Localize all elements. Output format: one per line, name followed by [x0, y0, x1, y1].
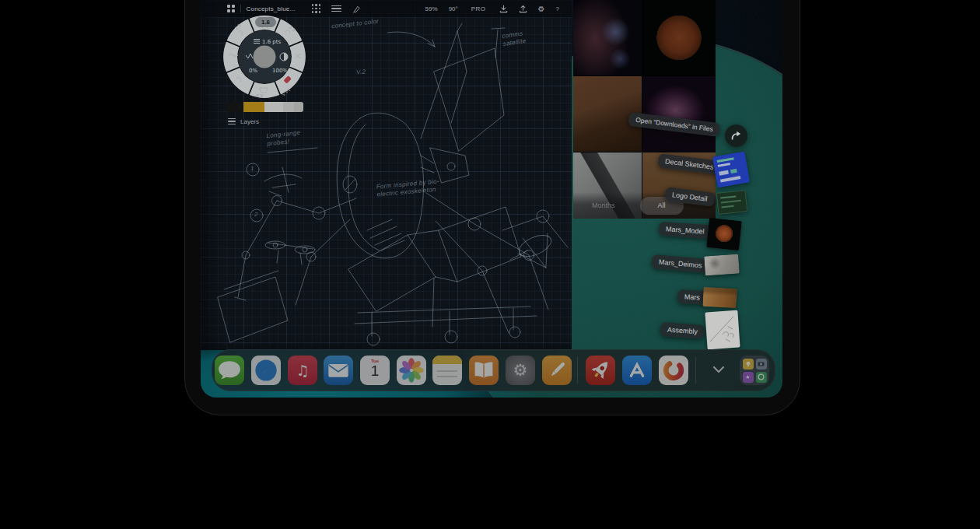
logo-art: [721, 205, 733, 208]
app-icon-photos[interactable]: [397, 356, 426, 385]
drag-thumb-mars-deimos[interactable]: [704, 254, 740, 275]
app-icon-settings[interactable]: ⚙: [506, 356, 535, 385]
app-icon-books[interactable]: [469, 356, 499, 385]
app-library-tile-green: [756, 372, 767, 383]
app-icon-music[interactable]: ♫: [288, 356, 317, 385]
logo-art: [721, 200, 741, 203]
music-note-icon: ♫: [296, 362, 309, 379]
app-icon-calendar[interactable]: Tue 1: [360, 356, 390, 385]
app-icon-notes[interactable]: [432, 356, 462, 385]
app-icon-mail[interactable]: [324, 356, 353, 385]
rocket-icon: [586, 356, 615, 385]
share-arrow-button[interactable]: [725, 124, 747, 147]
gear-icon: ⚙: [513, 361, 528, 380]
app-library-tile-gray: [756, 359, 767, 370]
assembly-sketch: [705, 310, 740, 350]
drag-label-decal-sketches[interactable]: Decal Sketches: [657, 153, 721, 175]
chevron-down-icon[interactable]: [711, 363, 726, 376]
decal-art: [718, 163, 730, 167]
open-book-icon: [469, 356, 499, 385]
star-icon: ★: [745, 374, 750, 380]
drag-label-logo-detail[interactable]: Logo Detail: [664, 187, 715, 207]
concepts-c-icon: [659, 356, 688, 385]
stage: Concepts_blue... 59% 90° PRO ⚙ ?: [0, 0, 980, 529]
drag-thumb-logo-detail[interactable]: [716, 190, 748, 215]
decal-art: [720, 176, 740, 182]
logo-art: [720, 195, 736, 198]
app-icon-pen[interactable]: [542, 356, 572, 385]
drag-label-mars-model[interactable]: Mars_Model: [658, 222, 712, 240]
decal-art: [730, 169, 737, 173]
app-icon-app-store[interactable]: [622, 356, 652, 385]
notes-header: [432, 356, 462, 364]
notes-line: [437, 370, 457, 372]
ipad-screen: Concepts_blue... 59% 90° PRO ⚙ ?: [201, 0, 782, 398]
drag-action-label[interactable]: Open “Downloads” in Files: [628, 112, 720, 137]
calendar-day: 1: [360, 363, 390, 380]
clock-icon: [758, 373, 765, 380]
photos-flower-icon: [397, 356, 426, 385]
drag-label-mars-deimos[interactable]: Mars_Deimos: [651, 254, 709, 273]
drag-thumb-mars[interactable]: [702, 287, 737, 308]
app-icon-messages[interactable]: [215, 356, 244, 385]
app-icon-rocket[interactable]: [586, 356, 615, 385]
drag-thumb-assembly[interactable]: [705, 310, 740, 350]
app-icon-app-library[interactable]: ★: [740, 356, 769, 385]
app-icon-concepts[interactable]: [659, 356, 688, 385]
drag-thumb-mars-model[interactable]: [706, 218, 742, 250]
dock-divider: [577, 357, 578, 384]
dock: ♫ Tue 1: [212, 349, 775, 391]
drag-label-assembly[interactable]: Assembly: [660, 322, 705, 339]
lightbulb-icon: [745, 361, 751, 367]
decal-art: [717, 157, 734, 163]
camera-icon: [758, 361, 765, 366]
drag-drop-layer: Open “Downloads” in Files Decal Sketches…: [201, 0, 782, 398]
pen-icon: [542, 356, 572, 385]
app-store-a-icon: [622, 356, 652, 385]
app-library-tile-yellow: [743, 359, 754, 370]
decal-art: [719, 170, 729, 176]
notes-line: [437, 376, 457, 377]
dock-divider: [695, 357, 696, 384]
app-icon-safari[interactable]: [251, 356, 281, 385]
drag-thumb-decal-sketches[interactable]: [712, 152, 750, 188]
app-library-tile-purple: ★: [743, 372, 754, 383]
share-arrow-icon: [730, 129, 743, 142]
speech-bubble-icon: [215, 356, 244, 385]
compass-icon: [251, 356, 281, 385]
envelope-icon: [324, 356, 353, 385]
